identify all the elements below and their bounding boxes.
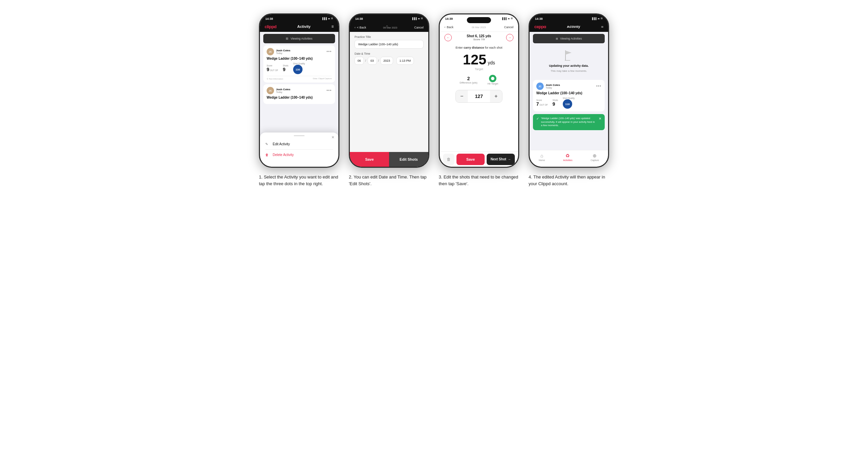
nav-home[interactable]: ⌂ Home [539,153,545,161]
user-info-4: Josh Coles Today [546,84,594,89]
status-icons-4: ▐▐▐☁⊞ [591,17,603,20]
decrement-btn[interactable]: − [456,90,468,102]
trash-icon: 🗑 [265,153,270,157]
save-button-3[interactable]: Save [457,154,485,165]
hit-target-label: Hit Target [487,82,498,85]
date-day-field[interactable]: 06 [354,57,364,65]
card-title-2: Wedge Ladder (100–140 yds) [267,96,332,99]
card-dots-1[interactable]: ••• [326,50,332,54]
home-icon: ⌂ [540,153,543,158]
score-label-1: Score [267,64,278,67]
quality-badge-1: 130 [293,65,303,74]
delete-activity-item[interactable]: 🗑 Delete Activity [260,150,338,160]
card-user-row-1: JC Josh Coles Today ••• [267,48,332,55]
phone-1-screen: 14:38 ▐▐▐☁⊞ clippd Activity ≡ ⊞ Viewing … [260,14,338,167]
notch-2 [377,17,401,23]
edit-activity-item[interactable]: ✎ Edit Activity [260,139,338,149]
back-btn-3[interactable]: ‹Back [444,26,454,29]
stat-quality-1: Shot Quality 130 [293,62,305,74]
avatar-4: JC [536,83,544,90]
distance-input[interactable]: 127 [468,90,490,102]
viewing-label-1: Viewing Activities [290,37,312,40]
phone-4-column: 14:38 ▐▐▐☁⊞ clippd Activity ≡ ⊞ Viewing … [529,13,609,187]
date-sep-2: / [378,59,379,62]
stat-score-4: Score 7 OUT OF [536,99,548,107]
user-info-2: Josh Coles Today [276,88,324,93]
date-year-field[interactable]: 2023 [380,57,393,65]
carry-instruction: Enter carry distance for each shot [456,46,502,49]
viewing-icon-4: ⊞ [556,37,558,40]
phone-2: 14:38 ▐▐▐☁⊞ ‹< Back Wedge Ladder 06 Mar … [349,13,429,168]
delete-shot-btn[interactable]: 🗑 [443,154,455,165]
card-dots-4[interactable]: ••• [596,84,601,88]
quality-label-4: Shot Quality [563,97,575,99]
cancel-btn-3[interactable]: Cancel [504,26,514,29]
time-field[interactable]: 1:13 PM [397,57,414,65]
caption-4: 4. The edited Activity will then appear … [529,174,609,187]
phone-2-form: Practice Title Wedge Ladder (100–140 yds… [350,32,428,71]
sheet-handle [294,135,305,136]
cancel-btn-2[interactable]: Cancel [414,26,424,29]
edit-activity-label: Edit Activity [273,142,290,146]
phone-2-buttons: Save Edit Shots [350,152,428,167]
date-time-label: Date & Time [354,52,424,55]
next-shot-arrow-btn[interactable]: → [506,34,514,41]
status-icons-1: ▐▐▐☁⊞ [322,17,333,20]
caption-text-3: 3. Edit the shots that need to be change… [439,174,519,187]
score-label-4: Score [536,99,548,101]
next-shot-button[interactable]: Next Shot → [487,154,515,165]
phone-2-column: 14:38 ▐▐▐☁⊞ ‹< Back Wedge Ladder 06 Mar … [349,13,429,187]
back-btn-2[interactable]: ‹< Back [354,26,366,29]
diff-val: 2 [467,76,470,81]
nav-capture[interactable]: ⊕ Capture [591,153,599,161]
shot-nav-arrows: ← Shot 6, 125 yds Score 7/9 → [444,34,514,41]
diff-label: Difference (yds) [460,81,477,84]
edit-shots-button[interactable]: Edit Shots [389,152,428,167]
diff-metric: 2 Difference (yds) [460,76,477,84]
caption-1: 1. Select the Activity you want to edit … [259,174,339,187]
quality-badge-4: 118 [563,99,572,109]
toast-close-btn[interactable]: ✕ [599,117,601,120]
activity-card-2[interactable]: JC Josh Coles Today ••• Wedge Ladder (10… [263,84,335,104]
distance-unit: yds [488,60,495,65]
score-val-1: 9 [267,67,269,72]
prev-shot-btn[interactable]: ← [444,34,452,41]
notch-1 [287,17,311,23]
shots-val-4: 9 [552,101,555,107]
card-user-row-2: JC Josh Coles Today ••• [267,87,332,94]
viewing-bar-1: ⊞ Viewing Activities [263,34,335,43]
activities-icon: ♻ [565,153,570,158]
activity-card-4[interactable]: JC Josh Coles Today ••• Wedge Ladder (10… [533,80,605,112]
avatar-1: JC [267,48,274,55]
card-dots-2[interactable]: ••• [326,89,332,93]
status-time-2: 14:38 [355,17,363,21]
card-stats-1: Score 9 OUT OF Shots 9 [267,62,332,74]
capture-icon: ⊕ [593,153,597,158]
footer-right-1: Data: Clippd Capture [313,77,332,80]
increment-btn[interactable]: + [490,90,502,102]
nav-activities[interactable]: ♻ Activities [563,153,572,161]
quality-label-1: Shot Quality [293,62,305,65]
notch-3 [467,17,491,23]
phone-2-screen: 14:38 ▐▐▐☁⊞ ‹< Back Wedge Ladder 06 Mar … [350,14,428,167]
date-month-field[interactable]: 03 [368,57,377,65]
status-time-3: 14:39 [445,17,453,21]
phone-3-content: Enter carry distance for each shot 125 y… [440,42,518,119]
next-shot-label: Next Shot [491,157,506,161]
status-icons-2: ▐▐▐☁⊞ [411,17,423,20]
activity-card-1[interactable]: JC Josh Coles Today ••• Wedge Ladder (10… [263,45,335,83]
user-name-1: Josh Coles [276,49,324,52]
phone-4: 14:38 ▐▐▐☁⊞ clippd Activity ≡ ⊞ Viewing … [529,13,609,168]
sheet-close-btn[interactable]: ✕ [331,135,334,139]
distance-value: 125 [463,53,486,67]
footer-left-1: ① Test Information [267,77,283,80]
carry-bold: carry distance [464,46,484,49]
distance-input-row: − 127 + [456,90,502,103]
save-button-2[interactable]: Save [350,152,389,167]
phone-3: 14:39 ▐▐▐☁⊞ ‹Back Wedge Ladder 06 Mar 20… [439,13,519,168]
shots-val-1: 9 [283,67,285,72]
score-outof-1: OUT OF [270,69,278,71]
practice-title-input[interactable]: Wedge Ladder (100–140 yds) [354,40,424,49]
phone-1-column: 14:38 ▐▐▐☁⊞ clippd Activity ≡ ⊞ Viewing … [259,13,339,187]
target-label: Target [474,67,483,71]
